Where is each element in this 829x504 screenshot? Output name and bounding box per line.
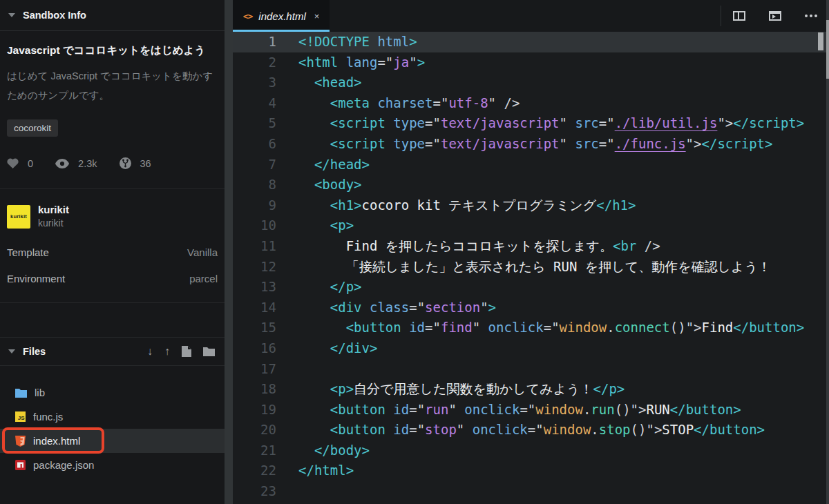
close-tab-icon[interactable]: × xyxy=(314,11,320,21)
files-header-label: Files xyxy=(23,346,46,357)
file-label: func.js xyxy=(33,411,63,423)
line-number-gutter: 1234567891011121314151617181920212223 xyxy=(233,32,298,504)
code-line-23[interactable] xyxy=(298,481,829,502)
code-line-21[interactable]: </body> xyxy=(298,440,829,461)
code-line-19[interactable]: <button id="run" onclick="window.run()">… xyxy=(298,400,829,420)
line-number: 12 xyxy=(233,257,276,278)
code-line-22[interactable]: </html> xyxy=(298,461,829,481)
stats-row: 0 2.3k 36 xyxy=(7,157,218,169)
likes-count: 0 xyxy=(28,158,33,169)
line-number: 8 xyxy=(233,175,276,195)
views-count: 2.3k xyxy=(78,158,97,169)
collapse-triangle-icon[interactable] xyxy=(8,13,15,17)
code-line-1[interactable]: <!DOCTYPE html> xyxy=(298,32,829,52)
files-actions: ↓ ↑ xyxy=(147,346,215,357)
editor-scrollbar-thumb[interactable] xyxy=(818,32,823,50)
code-line-14[interactable]: <div class="section"> xyxy=(298,298,829,318)
split-view-button[interactable] xyxy=(721,11,757,21)
code-line-15[interactable]: <button id="find" onclick="window.connec… xyxy=(298,318,829,338)
code-line-5[interactable]: <script type="text/javascript" src="./li… xyxy=(298,113,829,134)
file-item-package.json[interactable]: package.json xyxy=(0,453,225,477)
code-line-12[interactable]: 「接続しました」と表示されたら RUN を押して、動作を確認しよう！ xyxy=(298,257,829,278)
code-line-4[interactable]: <meta charset="utf-8" /> xyxy=(298,93,829,114)
meta-label: Environment xyxy=(7,273,65,284)
line-number: 11 xyxy=(233,236,276,257)
split-view-icon xyxy=(733,11,745,21)
views-stat: 2.3k xyxy=(55,158,97,169)
heart-icon xyxy=(7,158,19,168)
export-icon[interactable]: ↑ xyxy=(164,346,170,357)
code-line-3[interactable]: <head> xyxy=(298,72,829,93)
line-number: 4 xyxy=(233,93,276,114)
folder-icon xyxy=(15,388,27,398)
sidebar-resizer[interactable] xyxy=(225,0,233,504)
likes-stat[interactable]: 0 xyxy=(7,158,33,169)
code-line-20[interactable]: <button id="stop" onclick="window.stop()… xyxy=(298,420,829,440)
preview-window-icon xyxy=(769,11,781,21)
line-number: 2 xyxy=(233,52,276,73)
author-row[interactable]: kurikit kurikit kurikit xyxy=(7,203,218,230)
code-line-13[interactable]: </p> xyxy=(298,277,829,298)
line-number: 15 xyxy=(233,318,276,338)
code-line-11[interactable]: Find を押したらココロキットを探します。<br /> xyxy=(298,236,829,257)
meta-label: Template xyxy=(7,246,49,258)
line-number: 13 xyxy=(233,277,276,298)
tab-index-html[interactable]: <> index.html × xyxy=(233,0,330,32)
js-file-icon: JS xyxy=(15,411,26,422)
eye-icon xyxy=(55,159,69,168)
sandbox-description: はじめて JavaScript でココロキットを動かすためのサンプルです。 xyxy=(7,67,218,105)
line-number: 5 xyxy=(233,113,276,134)
file-label: package.json xyxy=(33,459,94,471)
tag-cocorokit[interactable]: cocorokit xyxy=(7,119,58,137)
sidebar: Sandbox Info Javascript でココロキットをはじめよう はじ… xyxy=(0,0,225,504)
avatar[interactable]: kurikit xyxy=(7,205,30,229)
line-number: 10 xyxy=(233,215,276,236)
tab-label: index.html xyxy=(258,10,305,22)
meta-value: parcel xyxy=(189,273,218,284)
line-number: 17 xyxy=(233,359,276,380)
code-line-17[interactable] xyxy=(298,359,829,380)
app-window: Sandbox Info Javascript でココロキットをはじめよう はじ… xyxy=(0,0,829,504)
right-scrollbar-thumb[interactable] xyxy=(826,20,829,79)
collapse-triangle-icon[interactable] xyxy=(8,349,15,353)
file-item-func.js[interactable]: JSfunc.js xyxy=(0,405,225,429)
code-icon: <> xyxy=(243,11,253,21)
forks-count: 36 xyxy=(140,158,151,169)
editor-pane: <> index.html × 123456789101112131415161… xyxy=(233,0,829,504)
line-number: 21 xyxy=(233,440,276,461)
code-line-8[interactable]: <body> xyxy=(298,175,829,195)
code-line-10[interactable]: <p> xyxy=(298,215,829,236)
new-folder-icon[interactable] xyxy=(203,347,215,356)
tab-bar: <> index.html × xyxy=(233,0,829,32)
open-preview-button[interactable] xyxy=(757,11,793,21)
code-line-18[interactable]: <p>自分で用意した関数を動かしてみよう！</p> xyxy=(298,379,829,400)
line-number: 7 xyxy=(233,155,276,175)
line-number: 6 xyxy=(233,134,276,155)
code-editor[interactable]: 1234567891011121314151617181920212223 <!… xyxy=(233,32,829,504)
meta-row-template: TemplateVanilla xyxy=(7,246,218,258)
meta-row-environment: Environmentparcel xyxy=(7,273,218,284)
sandbox-info-section: Javascript でココロキットをはじめよう はじめて JavaScript… xyxy=(0,31,225,189)
line-number: 14 xyxy=(233,298,276,318)
files-header[interactable]: Files ↓ ↑ xyxy=(0,337,225,366)
html-file-icon xyxy=(15,436,26,447)
line-number: 22 xyxy=(233,461,276,481)
import-icon[interactable]: ↓ xyxy=(147,346,153,357)
code-line-7[interactable]: </head> xyxy=(298,155,829,175)
forks-stat[interactable]: 36 xyxy=(120,157,151,169)
sandbox-info-header[interactable]: Sandbox Info xyxy=(0,0,225,31)
code-line-9[interactable]: <h1>cocoro kit テキストプログラミング</h1> xyxy=(298,195,829,216)
code-content[interactable]: <!DOCTYPE html><html lang="ja"> <head> <… xyxy=(298,32,829,504)
file-item-lib[interactable]: lib xyxy=(0,380,225,405)
fork-icon xyxy=(120,157,131,169)
code-line-6[interactable]: <script type="text/javascript" src="./fu… xyxy=(298,134,829,155)
code-line-2[interactable]: <html lang="ja"> xyxy=(298,52,829,73)
new-file-icon[interactable] xyxy=(182,346,191,357)
more-options-button[interactable] xyxy=(793,14,829,17)
sandbox-info-title: Sandbox Info xyxy=(23,10,86,21)
line-number: 20 xyxy=(233,420,276,440)
author-name: kurikit xyxy=(38,203,69,217)
code-line-16[interactable]: </div> xyxy=(298,338,829,359)
file-item-index.html[interactable]: index.html xyxy=(0,429,225,453)
editor-actions xyxy=(721,0,829,32)
